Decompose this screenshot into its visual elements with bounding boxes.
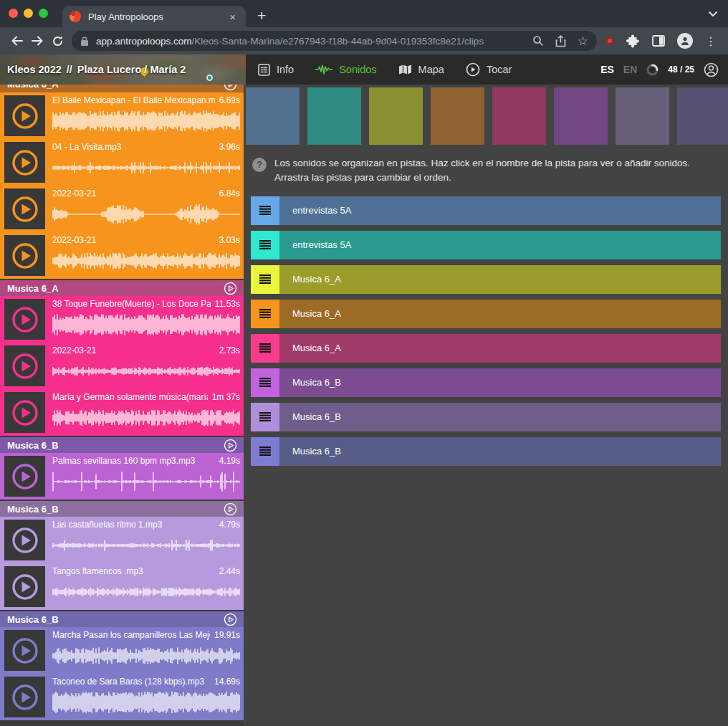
track-row-bar[interactable]: Musica 6_A	[279, 334, 721, 363]
clip-title: Marcha Pasan los campanilleros Las Mejor…	[52, 630, 210, 641]
clip-play-button[interactable]	[4, 95, 45, 136]
drag-handle-icon	[259, 412, 271, 421]
extensions-puzzle-icon[interactable]	[626, 34, 640, 48]
language-es-button[interactable]: ES	[600, 64, 614, 75]
track-color-swatch[interactable]	[616, 87, 669, 145]
forward-icon[interactable]	[27, 31, 47, 51]
window-minimize-button[interactable]	[24, 9, 33, 18]
tab-search-chevron-icon[interactable]	[708, 7, 718, 20]
section-play-icon[interactable]	[224, 613, 237, 626]
clip-play-button[interactable]	[4, 235, 45, 276]
track-row-handle[interactable]	[251, 437, 279, 466]
clip-item[interactable]: 04 - La Visita.mp3 3.96s	[0, 139, 244, 186]
section-play-icon[interactable]	[224, 85, 237, 91]
recording-indicator-icon[interactable]	[605, 37, 614, 45]
tab-mapa[interactable]: Mapa	[398, 64, 444, 75]
section-header[interactable]: Musica 6_B	[0, 500, 244, 517]
track-color-swatch[interactable]	[307, 87, 361, 145]
tab-close-icon[interactable]: ×	[226, 11, 239, 23]
clip-item[interactable]: Las castañuelas ritmo 1.mp3 4.79s	[0, 517, 244, 563]
profile-avatar[interactable]	[677, 33, 693, 49]
track-color-swatch[interactable]	[246, 87, 300, 145]
clip-item[interactable]: 2022-03-21 6.84s	[0, 186, 244, 232]
section-play-icon[interactable]	[224, 282, 237, 295]
clip-duration: 6.69s	[219, 95, 240, 106]
clip-item[interactable]: Taconeo de Sara Baras (128 kbps).mp3 14.…	[0, 674, 244, 720]
section-header[interactable]: Musica 6_B	[0, 610, 244, 627]
clip-item[interactable]: El Baile Mexicapan - El Baile Mexicapan.…	[0, 92, 244, 139]
language-en-button[interactable]: EN	[623, 64, 637, 75]
track-row-handle[interactable]	[251, 368, 279, 397]
browser-menu-kebab-icon[interactable]: ⋮	[705, 34, 717, 48]
track-row-handle[interactable]	[251, 231, 279, 259]
track-color-swatch[interactable]	[677, 87, 728, 145]
track-row: Musica 6_A	[251, 300, 721, 328]
clip-play-button[interactable]	[4, 188, 45, 229]
section-play-icon[interactable]	[224, 502, 237, 516]
new-tab-button[interactable]: +	[257, 7, 266, 24]
tab-info[interactable]: Info	[258, 64, 294, 76]
tracks-panel: ? Los sonidos se organizan en pistas. Ha…	[244, 85, 728, 726]
clip-main: El Baile Mexicapan - El Baile Mexicapan.…	[52, 95, 240, 136]
track-color-swatch[interactable]	[554, 87, 608, 145]
section-play-icon[interactable]	[224, 439, 237, 452]
track-row-handle[interactable]	[251, 196, 279, 225]
clip-play-button[interactable]	[4, 456, 45, 497]
window-close-button[interactable]	[9, 9, 18, 18]
section-header[interactable]: Musica 6_A	[0, 279, 244, 296]
clip-item[interactable]: 2022-03-21 3.03s	[0, 232, 244, 279]
track-row-handle[interactable]	[251, 334, 279, 363]
clip-header: Palmas sevillanas 160 bpm mp3.mp3 4.19s	[52, 456, 240, 467]
clip-play-button[interactable]	[4, 520, 45, 560]
track-row-bar[interactable]: Musica 6_A	[279, 300, 721, 328]
clip-play-button[interactable]	[4, 566, 45, 607]
help-icon: ?	[252, 158, 267, 172]
clip-item[interactable]: Marcha Pasan los campanilleros Las Mejor…	[0, 627, 244, 674]
track-row-bar[interactable]: entrevistas 5A	[279, 231, 721, 259]
track-row-bar[interactable]: Musica 6_B	[279, 368, 721, 397]
track-color-swatch[interactable]	[369, 87, 423, 145]
clip-item[interactable]: Palmas sevillanas 160 bpm mp3.mp3 4.19s	[0, 453, 244, 500]
clip-main: María y Germán solamente música(maría 2.…	[52, 392, 240, 433]
zoom-icon[interactable]	[532, 35, 544, 47]
track-row-handle[interactable]	[251, 265, 279, 294]
tab-tocar[interactable]: Tocar	[466, 62, 512, 77]
map-photo-banner[interactable]: Kleos 2022//Plaza Lucero / María 2	[0, 54, 246, 85]
track-row-bar[interactable]: Musica 6_B	[279, 403, 721, 431]
clip-waveform	[52, 356, 240, 386]
track-color-swatch[interactable]	[431, 87, 484, 145]
track-row-label: entrevistas 5A	[292, 239, 351, 250]
section-header[interactable]: Musica 6_B	[0, 436, 244, 453]
track-row-label: Musica 6_B	[292, 377, 341, 388]
section-header[interactable]: Musica 6_A	[0, 85, 244, 92]
browser-tab[interactable]: Play Antropoloops ×	[62, 6, 246, 27]
bookmark-star-icon[interactable]: ☆	[578, 35, 588, 47]
window-zoom-button[interactable]	[39, 9, 48, 18]
clip-play-button[interactable]	[4, 677, 45, 717]
clip-play-button[interactable]	[4, 345, 45, 386]
track-row-bar[interactable]: Musica 6_B	[279, 437, 721, 466]
account-icon[interactable]	[704, 62, 719, 77]
clip-play-button[interactable]	[4, 630, 45, 671]
clip-item[interactable]: 2022-03-21 2.73s	[0, 343, 244, 389]
track-row-bar[interactable]: Musica 6_A	[279, 265, 721, 294]
url-text: app.antropoloops.com/Kleos-Santa-Marina/…	[96, 36, 525, 47]
clip-item[interactable]: 38 Toque Funebre(Muerte) - Los Doce Par.…	[0, 296, 244, 343]
back-icon[interactable]	[7, 31, 27, 51]
track-row-handle[interactable]	[251, 403, 279, 431]
clip-item[interactable]: María y Germán solamente música(maría 2.…	[0, 389, 244, 436]
reload-icon[interactable]	[47, 31, 67, 51]
track-color-swatch[interactable]	[492, 87, 546, 145]
clip-play-button[interactable]	[4, 142, 45, 183]
side-panel-icon[interactable]	[652, 35, 665, 47]
track-row-label: Musica 6_A	[292, 308, 341, 319]
track-row-handle[interactable]	[251, 300, 279, 328]
clip-duration: 4.19s	[219, 456, 240, 467]
track-row-bar[interactable]: entrevistas 5A	[279, 196, 721, 225]
tab-sonidos[interactable]: Sonidos	[315, 64, 376, 75]
share-icon[interactable]	[555, 35, 566, 47]
clip-play-button[interactable]	[4, 299, 45, 340]
address-bar[interactable]: app.antropoloops.com/Kleos-Santa-Marina/…	[72, 31, 597, 51]
clip-play-button[interactable]	[4, 392, 45, 433]
clip-item[interactable]: Tangos flamencos .mp3 2.44s	[0, 563, 244, 610]
